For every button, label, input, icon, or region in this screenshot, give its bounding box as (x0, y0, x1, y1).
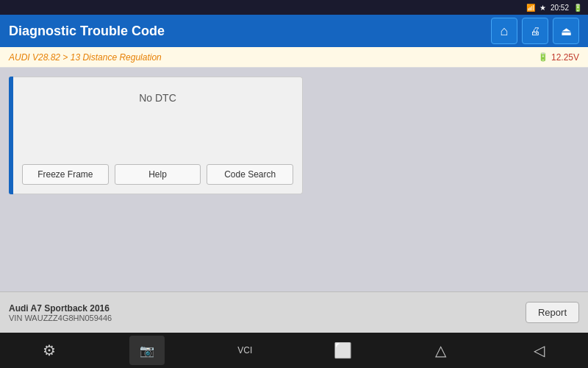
exit-icon: ⏏ (561, 24, 572, 38)
battery-icon: 🔋 (573, 4, 582, 12)
voltage-value: 12.25V (551, 52, 579, 63)
help-button[interactable]: Help (115, 164, 201, 185)
header: Diagnostic Trouble Code ⌂ 🖨 ⏏ (0, 15, 588, 47)
wifi-icon: ★ (539, 4, 546, 12)
windows-icon: ⬜ (334, 342, 352, 359)
vci-icon: VCI (237, 345, 252, 355)
dtc-buttons: Freeze Frame Help Code Search (22, 164, 293, 185)
camera-icon: 📷 (140, 344, 154, 358)
settings-icon: ⚙ (43, 342, 56, 359)
nav-settings[interactable]: ⚙ (32, 336, 67, 365)
bluetooth-icon: 📶 (526, 4, 535, 12)
home-button[interactable]: ⌂ (491, 18, 517, 44)
nav-home[interactable]: △ (423, 336, 459, 365)
vehicle-vin: VIN WAUZZZ4G8HN059446 (9, 314, 526, 322)
print-button[interactable]: 🖨 (522, 18, 548, 44)
vehicle-name: Audi A7 Sportback 2016 (9, 303, 526, 314)
home-icon: ⌂ (501, 24, 509, 39)
voltage-display: 🔋 12.25V (538, 52, 579, 63)
time-display: 20:52 (551, 4, 569, 12)
dtc-content: No DTC Freeze Frame Help Code Search (13, 77, 303, 194)
back-icon: ◁ (534, 342, 545, 359)
dtc-panel: No DTC Freeze Frame Help Code Search (9, 77, 303, 194)
dtc-message: No DTC (22, 86, 293, 158)
breadcrumb: AUDI V28.82 > 13 Distance Regulation (9, 52, 162, 63)
voltage-icon: 🔋 (538, 52, 548, 62)
report-button[interactable]: Report (526, 302, 579, 323)
page-title: Diagnostic Trouble Code (9, 24, 487, 39)
code-search-button[interactable]: Code Search (207, 164, 293, 185)
nav-windows[interactable]: ⬜ (326, 336, 361, 365)
bottom-bar: Audi A7 Sportback 2016 VIN WAUZZZ4G8HN05… (0, 291, 588, 333)
status-bar: 📶 ★ 20:52 🔋 (0, 0, 588, 15)
freeze-frame-button[interactable]: Freeze Frame (22, 164, 109, 185)
nav-back[interactable]: ◁ (521, 336, 556, 365)
nav-camera[interactable]: 📷 (129, 336, 165, 365)
exit-button[interactable]: ⏏ (553, 18, 579, 44)
home-nav-icon: △ (435, 342, 446, 359)
nav-vci[interactable]: VCI (227, 336, 262, 365)
nav-bar: ⚙ 📷 VCI ⬜ △ ◁ (0, 333, 588, 368)
vehicle-info: Audi A7 Sportback 2016 VIN WAUZZZ4G8HN05… (9, 303, 526, 322)
main-content: No DTC Freeze Frame Help Code Search (0, 68, 588, 291)
breadcrumb-bar: AUDI V28.82 > 13 Distance Regulation 🔋 1… (0, 47, 588, 68)
print-icon: 🖨 (530, 25, 540, 37)
